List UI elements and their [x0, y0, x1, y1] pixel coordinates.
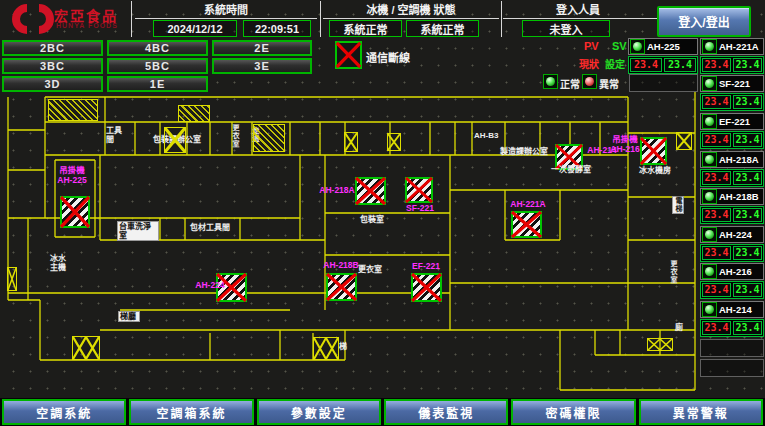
status-led [702, 264, 717, 279]
stair-icon [178, 105, 210, 122]
chiller-status-value: 系統正常 [329, 20, 402, 37]
room-label: 梯廳 [118, 311, 140, 322]
nav-button[interactable]: 密碼權限 [511, 399, 635, 425]
sv-header: SV [612, 40, 627, 52]
equipment-values-row: 23.4 23.4 [700, 56, 764, 74]
equipment-status-cell[interactable]: AH-225 23.4 23.4 [628, 38, 698, 74]
nav-button[interactable]: 儀表監視 [384, 399, 508, 425]
comm-loss-equipment-icon[interactable] [60, 196, 90, 228]
comm-loss-equipment-icon[interactable] [326, 273, 357, 301]
pv-value: 23.4 [702, 133, 731, 147]
nav-button[interactable]: 參數設定 [257, 399, 381, 425]
room-label: 更衣室 [669, 260, 677, 284]
room-label: 工具間 [106, 126, 126, 144]
pv-value: 23.4 [702, 283, 731, 297]
sv-value: 23.4 [733, 321, 762, 335]
equipment-status-cell[interactable]: AH-216 23.4 23.4 [700, 263, 764, 299]
nav-button[interactable]: 空調箱系統 [129, 399, 253, 425]
pv-header: PV [584, 40, 599, 52]
comm-loss-equipment-icon[interactable] [640, 137, 667, 165]
system-time-value: 22:09:51 [243, 20, 311, 37]
equipment-name-row: AH-216 [700, 263, 764, 280]
equipment-status-cell[interactable]: AH-218B 23.4 23.4 [700, 188, 764, 224]
zone-button[interactable]: 2E [212, 40, 312, 56]
comm-loss-equipment-icon[interactable] [511, 211, 542, 238]
machine-status-label: 冰機 / 空調機 狀態 [323, 2, 499, 18]
stair-icon [72, 336, 100, 360]
comm-loss-icon [335, 41, 362, 69]
stair-icon [344, 132, 358, 152]
room-label: 包材工具間 [190, 223, 234, 232]
status-led [702, 152, 717, 167]
zone-button[interactable]: 5BC [107, 58, 208, 74]
room-label: 更衣室 [231, 124, 239, 148]
login-label: 登入人員 [503, 2, 653, 18]
login-logout-button[interactable]: 登入/登出 [657, 6, 751, 37]
zone-button[interactable]: 2BC [2, 40, 103, 56]
divider [131, 1, 132, 37]
equipment-status-cell[interactable]: AH-224 23.4 23.4 [700, 226, 764, 262]
top-status-bar: 宏亞食品 HUNYA FOODS 系統時間 2024/12/12 22:09:5… [0, 0, 765, 38]
status-led [702, 114, 717, 129]
pv-sub-header: 現狀 [579, 56, 599, 71]
status-led [702, 76, 717, 91]
pv-value: 23.4 [630, 58, 662, 72]
equipment-name-label: AH-218B [719, 191, 759, 202]
equipment-values-row: 23.4 23.4 [628, 56, 698, 74]
room-label: 台車洗淨室 [117, 221, 159, 241]
login-user-value: 未登入 [522, 20, 610, 37]
equipment-name-label: SF-221 [719, 78, 750, 89]
equipment-status-cell[interactable]: AH-221A 23.4 23.4 [700, 38, 764, 74]
brand-subtitle: HUNYA FOODS [56, 22, 118, 29]
equipment-status-cell[interactable]: SF-221 23.4 23.4 [700, 75, 764, 111]
equipment-name-row: AH-214 [700, 301, 764, 318]
equipment-name-label: AH-224 [719, 229, 752, 240]
equipment-tag-label: EF-221 [409, 262, 443, 272]
comm-loss-equipment-icon[interactable] [405, 177, 433, 203]
legend-normal-label: 正常 [560, 76, 580, 91]
equipment-values-row: 23.4 23.4 [700, 169, 764, 187]
divider [501, 1, 502, 37]
equipment-values-row: 23.4 23.4 [700, 244, 764, 262]
status-led [702, 227, 717, 242]
equipment-status-cell[interactable]: EF-221 23.4 23.4 [700, 113, 764, 149]
comm-loss-label: 通信斷線 [366, 49, 410, 65]
stair-icon [313, 337, 339, 360]
divider [135, 18, 317, 19]
equipment-name-row: AH-221A [700, 38, 764, 55]
comm-loss-equipment-icon[interactable] [411, 273, 442, 302]
divider [323, 18, 499, 19]
equipment-values-row: 23.4 23.4 [700, 281, 764, 299]
room-label: 一次發酵室 [551, 165, 595, 174]
equipment-tag-label: 吊掛機 AH-216 [610, 135, 640, 155]
status-led [630, 39, 645, 54]
zone-button[interactable]: 1E [107, 76, 208, 92]
ahu-status-value: 系統正常 [406, 20, 479, 37]
equipment-name-label: AH-216 [719, 266, 752, 277]
system-time-label: 系統時間 [135, 2, 317, 18]
zone-button[interactable]: 4BC [107, 40, 208, 56]
zone-button[interactable]: 3E [212, 58, 312, 74]
equipment-name-row: AH-218B [700, 188, 764, 205]
equipment-name-label: EF-221 [719, 116, 750, 127]
nav-button[interactable]: 異常警報 [639, 399, 763, 425]
equipment-name-row: EF-221 [700, 113, 764, 130]
equipment-status-cell[interactable]: AH-214 23.4 23.4 [700, 301, 764, 337]
pv-value: 23.4 [702, 171, 731, 185]
equipment-name-label: AH-221A [719, 41, 759, 52]
equipment-values-row: 23.4 23.4 [700, 319, 764, 337]
comm-loss-equipment-icon[interactable] [355, 177, 386, 205]
status-led [702, 302, 717, 317]
equipment-name-row: AH-224 [700, 226, 764, 243]
nav-button[interactable]: 空調系統 [2, 399, 126, 425]
room-label: 製造課辦公室 [500, 147, 552, 156]
equipment-status-cell[interactable]: AH-218A 23.4 23.4 [700, 151, 764, 187]
equipment-name-row: AH-218A [700, 151, 764, 168]
sv-value: 23.4 [664, 58, 696, 72]
pv-value: 23.4 [702, 58, 731, 72]
zone-button[interactable]: 3D [2, 76, 103, 92]
pv-value: 23.4 [702, 208, 731, 222]
equipment-tag-label: AH-221A [508, 200, 548, 210]
zone-button[interactable]: 3BC [2, 58, 103, 74]
stair-icon [676, 132, 692, 150]
